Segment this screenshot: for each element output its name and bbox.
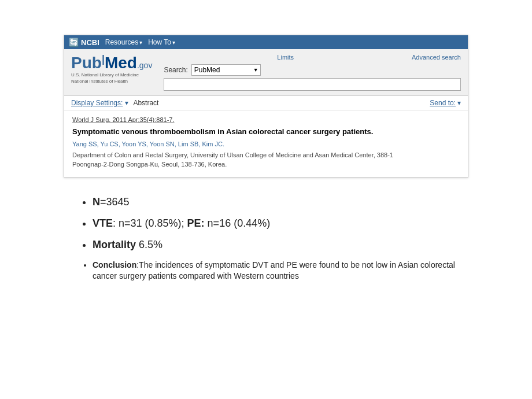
bullet-conclusion-bold: Conclusion <box>93 260 136 269</box>
bullet-pe-bold: PE: <box>187 217 205 229</box>
ncbi-logo: 🔄 NCBI <box>69 38 99 47</box>
advanced-search-link[interactable]: Advanced search <box>412 54 461 61</box>
howto-dropdown-icon: ▾ <box>172 39 175 46</box>
abstract-label: Abstract <box>133 99 158 107</box>
search-row: Search: PubMed <box>164 64 461 76</box>
bullet-mortality-bold: Mortality <box>93 239 136 250</box>
bullet-vte: VTE: n=31 (0.85%); PE: n=16 (0.44%) <box>93 216 457 231</box>
limits-link[interactable]: Limits <box>277 54 294 61</box>
article-journal: World J Surg. 2011 Apr;35(4):881-7. <box>72 116 460 123</box>
article-affiliation: Department of Colon and Rectal Surgery, … <box>72 151 460 169</box>
bullet-pe-text: n=16 (0.44%) <box>205 217 271 229</box>
send-to-dropdown-icon[interactable]: ▾ <box>457 99 461 107</box>
display-settings-right: Send to: ▾ <box>430 99 461 107</box>
bullet-mortality-text: 6.5% <box>136 239 162 250</box>
article-authors[interactable]: Yang SS, Yu CS, Yoon YS, Yoon SN, Lim SB… <box>72 141 460 147</box>
display-settings-left: Display Settings: ▾ Abstract <box>71 99 158 107</box>
ncbi-topbar: 🔄 NCBI Resources ▾ How To ▾ <box>64 35 468 49</box>
search-label: Search: <box>164 66 187 74</box>
bullet-vte-bold: VTE <box>93 217 113 229</box>
send-to-label: Send to: <box>430 99 456 107</box>
article-content: World J Surg. 2011 Apr;35(4):881-7. Symp… <box>64 110 468 177</box>
search-top-row: Limits Advanced search <box>164 54 461 61</box>
logo-med: Med <box>105 54 137 72</box>
article-title: Symptomatic venous thromboembolism in As… <box>72 127 460 137</box>
pubmed-subtitle: U.S. National Library of Medicine Nation… <box>71 72 152 84</box>
display-dropdown-icon[interactable]: ▾ <box>125 99 128 107</box>
search-select-wrapper: PubMed <box>191 64 261 76</box>
howto-label: How To <box>148 38 171 46</box>
resources-nav[interactable]: Resources ▾ <box>105 38 142 46</box>
search-select[interactable]: PubMed <box>191 64 261 76</box>
ncbi-logo-icon: 🔄 <box>69 38 79 47</box>
logo-gov: .gov <box>137 61 152 70</box>
search-input[interactable] <box>164 78 461 91</box>
howto-nav[interactable]: How To ▾ <box>148 38 175 46</box>
resources-dropdown-icon: ▾ <box>139 39 142 46</box>
pubmed-logo: Pub|Med.gov U.S. National Library of Med… <box>71 54 152 84</box>
display-settings-label: Display Settings: <box>71 99 123 107</box>
bullet-n: N=3645 <box>93 195 457 209</box>
bullet-mortality: Mortality 6.5% <box>93 238 457 252</box>
bullet-n-bold: N <box>93 196 100 208</box>
bullets-list: N=3645 VTE: n=31 (0.85%); PE: n=16 (0.44… <box>75 195 457 282</box>
bullet-conclusion-text: :The incidences of symptomatic DVT and P… <box>93 260 455 281</box>
pubmed-search-area: Limits Advanced search Search: PubMed <box>164 54 461 91</box>
resources-label: Resources <box>105 38 138 46</box>
bullets-section: N=3645 VTE: n=31 (0.85%); PE: n=16 (0.44… <box>64 195 468 282</box>
bullet-conclusion: Conclusion:The incidences of symptomatic… <box>93 260 457 282</box>
bullet-n-text: =3645 <box>100 196 130 208</box>
browser-mockup: 🔄 NCBI Resources ▾ How To ▾ Pub|Med.gov … <box>64 35 468 178</box>
pubmed-header: Pub|Med.gov U.S. National Library of Med… <box>64 49 468 96</box>
display-bar: Display Settings: ▾ Abstract Send to: ▾ <box>64 96 468 110</box>
pubmed-logo-main: Pub|Med.gov <box>71 54 152 71</box>
logo-pub: Pub <box>71 54 102 72</box>
ncbi-logo-text: NCBI <box>81 38 99 47</box>
bullet-vte-text: : n=31 (0.85%); <box>113 217 187 229</box>
